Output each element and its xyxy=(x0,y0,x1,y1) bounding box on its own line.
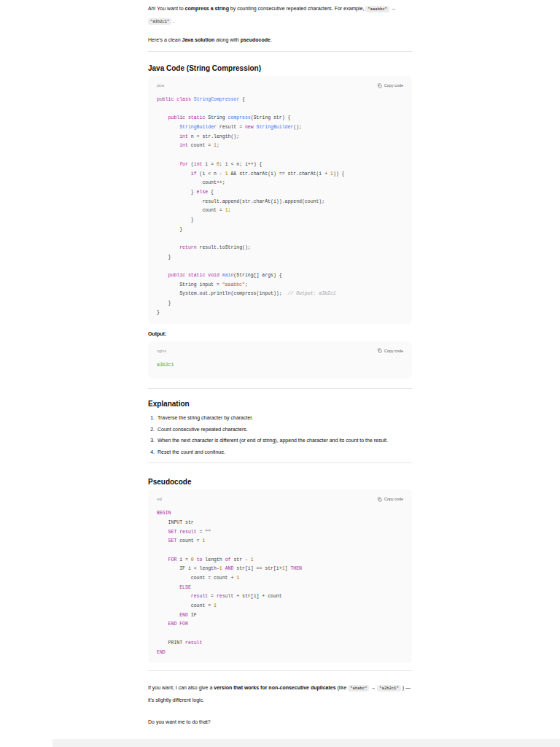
divider xyxy=(148,388,412,389)
copy-code-button[interactable]: Copy code xyxy=(377,497,403,502)
closing-question: Do you want me to do that? xyxy=(148,716,412,728)
list-item: 3.When the next character is different (… xyxy=(148,435,412,446)
code-language-label: java xyxy=(157,83,164,88)
list-item: 2.Count consecutive repeated characters. xyxy=(148,424,412,436)
java-section-heading: Java Code (String Compression) xyxy=(148,64,412,73)
copy-code-label: Copy code xyxy=(384,349,403,353)
list-item: 1.Traverse the string character by chara… xyxy=(148,412,412,424)
code-language-label: nginx xyxy=(157,349,166,353)
copy-icon xyxy=(377,497,382,502)
pseudocode-heading: Pseudocode xyxy=(148,478,412,487)
assistant-message: Ah! You want to compress a string by cou… xyxy=(148,0,412,728)
explanation-list: 1.Traverse the string character by chara… xyxy=(148,412,412,457)
divider xyxy=(148,51,412,52)
output-code: a3b2c1 xyxy=(157,361,403,371)
code-block-header: nginx Copy code xyxy=(157,341,403,354)
output-code-block: nginx Copy code a3b2c1 xyxy=(148,341,412,379)
code-block-header: sql Copy code xyxy=(157,489,403,502)
intro-paragraph-2: Here's a clean Java solution along with … xyxy=(148,34,412,46)
explanation-heading: Explanation xyxy=(148,400,412,409)
code-block-header: java Copy code xyxy=(157,76,403,88)
copy-code-label: Copy code xyxy=(384,497,403,501)
copy-icon xyxy=(377,348,382,353)
divider xyxy=(148,462,412,463)
copy-code-button[interactable]: Copy code xyxy=(377,83,403,88)
copy-icon xyxy=(377,83,382,88)
intro-paragraph: Ah! You want to compress a string by cou… xyxy=(148,3,412,28)
output-label: Output: xyxy=(148,330,412,338)
divider xyxy=(148,670,412,671)
page-bottom-strip xyxy=(52,739,560,747)
pseudocode-block: sql Copy code BEGIN INPUT str SET result… xyxy=(148,489,412,663)
closing-paragraph: If you want, I can also give a version t… xyxy=(148,682,412,706)
copy-code-label: Copy code xyxy=(384,83,403,88)
code-language-label: sql xyxy=(157,497,162,501)
copy-code-button[interactable]: Copy code xyxy=(377,348,403,353)
list-item: 4.Reset the count and continue. xyxy=(148,446,412,458)
java-code-block: java Copy code public class StringCompre… xyxy=(148,76,412,324)
pseudocode-code: BEGIN INPUT str SET result = "" SET coun… xyxy=(157,509,403,657)
java-code: public class StringCompressor { public s… xyxy=(157,96,403,318)
chat-page: Ah! You want to compress a string by cou… xyxy=(0,0,560,747)
